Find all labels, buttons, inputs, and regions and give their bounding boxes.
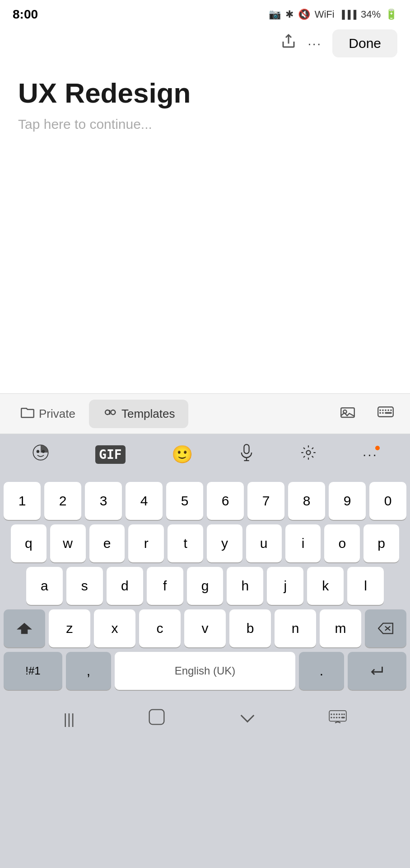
key-q[interactable]: q [11, 524, 47, 562]
done-button[interactable]: Done [332, 29, 397, 57]
svg-marker-21 [17, 623, 32, 634]
gif-icon[interactable]: GIF [95, 445, 126, 464]
svg-point-2 [111, 410, 115, 415]
key-b[interactable]: b [229, 609, 271, 647]
wifi-icon: WiFi [315, 9, 335, 20]
key-k[interactable]: k [307, 567, 344, 605]
key-0[interactable]: 0 [369, 482, 406, 520]
zxcv-row: z x c v b n m [0, 609, 410, 647]
svg-point-16 [42, 450, 45, 453]
photo-icon [340, 406, 355, 422]
key-2[interactable]: 2 [44, 482, 81, 520]
key-m[interactable]: m [320, 609, 361, 647]
key-h[interactable]: h [227, 567, 263, 605]
bottom-row: !#1 , English (UK) . [0, 652, 410, 690]
key-i[interactable]: i [285, 524, 321, 562]
keyboard-tabs: Private Templates [0, 393, 410, 434]
qwerty-row: q w e r t y u i o p [0, 524, 410, 562]
svg-rect-17 [244, 444, 249, 453]
key-t[interactable]: t [168, 524, 203, 562]
mic-icon[interactable] [239, 444, 254, 465]
emoji-icon[interactable]: 🙂 [172, 444, 193, 464]
key-5[interactable]: 5 [166, 482, 203, 520]
folder-icon [21, 406, 34, 421]
key-p[interactable]: p [363, 524, 399, 562]
tab-templates-label: Templates [121, 407, 175, 421]
signal-icon: ▐▐▐ [339, 10, 356, 19]
key-j[interactable]: j [267, 567, 303, 605]
note-placeholder: Tap here to continue... [18, 117, 392, 132]
svg-rect-5 [378, 407, 393, 417]
shift-key[interactable] [4, 609, 45, 647]
mute-icon: 🔇 [298, 9, 310, 20]
key-1[interactable]: 1 [4, 482, 41, 520]
tab-photos[interactable] [327, 400, 368, 428]
svg-point-20 [306, 450, 310, 454]
status-time: 8:00 [13, 7, 38, 22]
key-x[interactable]: x [94, 609, 135, 647]
content-area[interactable]: UX Redesign Tap here to continue... [0, 60, 410, 141]
key-4[interactable]: 4 [126, 482, 163, 520]
asdf-row: a s d f g h j k l [0, 567, 410, 605]
tab-private-label: Private [39, 407, 75, 421]
key-c[interactable]: c [139, 609, 181, 647]
key-g[interactable]: g [187, 567, 224, 605]
status-bar: 8:00 📷 ✱ 🔇 WiFi ▐▐▐ 34% 🔋 [0, 0, 410, 27]
key-8[interactable]: 8 [288, 482, 325, 520]
space-key[interactable]: English (UK) [115, 652, 295, 690]
notification-dot [375, 446, 380, 450]
number-row: 1 2 3 4 5 6 7 8 9 0 [0, 482, 410, 520]
nav-bar: ||| [0, 692, 410, 746]
key-n[interactable]: n [275, 609, 316, 647]
key-9[interactable]: 9 [329, 482, 366, 520]
camera-icon: 📷 [269, 9, 281, 20]
key-3[interactable]: 3 [85, 482, 122, 520]
svg-point-15 [37, 450, 39, 453]
tab-templates[interactable]: Templates [89, 400, 189, 428]
home-nav-icon[interactable] [147, 708, 166, 731]
comma-key[interactable]: , [66, 652, 111, 690]
more-tools-icon[interactable]: ··· [363, 447, 378, 462]
key-6[interactable]: 6 [207, 482, 244, 520]
templates-icon [102, 406, 117, 422]
period-key[interactable]: . [299, 652, 344, 690]
battery-percent: 34% [361, 9, 381, 20]
key-v[interactable]: v [184, 609, 226, 647]
settings-icon[interactable] [300, 444, 317, 465]
key-l[interactable]: l [347, 567, 384, 605]
note-title: UX Redesign [18, 78, 392, 108]
backspace-key[interactable] [365, 609, 406, 647]
key-7[interactable]: 7 [247, 482, 284, 520]
key-r[interactable]: r [128, 524, 164, 562]
recent-nav-icon[interactable] [239, 709, 256, 728]
key-e[interactable]: e [89, 524, 125, 562]
sticker-icon[interactable] [32, 444, 49, 465]
bluetooth-icon: ✱ [285, 9, 294, 20]
top-toolbar: ··· Done [0, 27, 410, 60]
share-icon[interactable] [280, 33, 297, 53]
keyboard-toggle[interactable] [368, 399, 403, 429]
more-icon[interactable]: ··· [308, 36, 321, 51]
key-d[interactable]: d [107, 567, 143, 605]
enter-key[interactable] [348, 652, 406, 690]
svg-rect-24 [149, 709, 164, 724]
keyboard-nav-icon[interactable] [329, 709, 347, 728]
key-z[interactable]: z [49, 609, 90, 647]
key-u[interactable]: u [246, 524, 282, 562]
keyboard-tools-row: GIF 🙂 ··· [0, 434, 410, 475]
status-icons: 📷 ✱ 🔇 WiFi ▐▐▐ 34% 🔋 [269, 9, 397, 20]
key-f[interactable]: f [147, 567, 183, 605]
tab-private[interactable]: Private [7, 400, 89, 428]
svg-rect-25 [329, 711, 346, 722]
key-a[interactable]: a [26, 567, 63, 605]
svg-point-1 [105, 410, 110, 415]
key-y[interactable]: y [207, 524, 242, 562]
battery-icon: 🔋 [385, 9, 397, 20]
key-o[interactable]: o [324, 524, 360, 562]
symbols-key[interactable]: !#1 [4, 652, 62, 690]
back-nav-icon[interactable]: ||| [63, 711, 75, 727]
key-w[interactable]: w [50, 524, 86, 562]
key-s[interactable]: s [66, 567, 103, 605]
